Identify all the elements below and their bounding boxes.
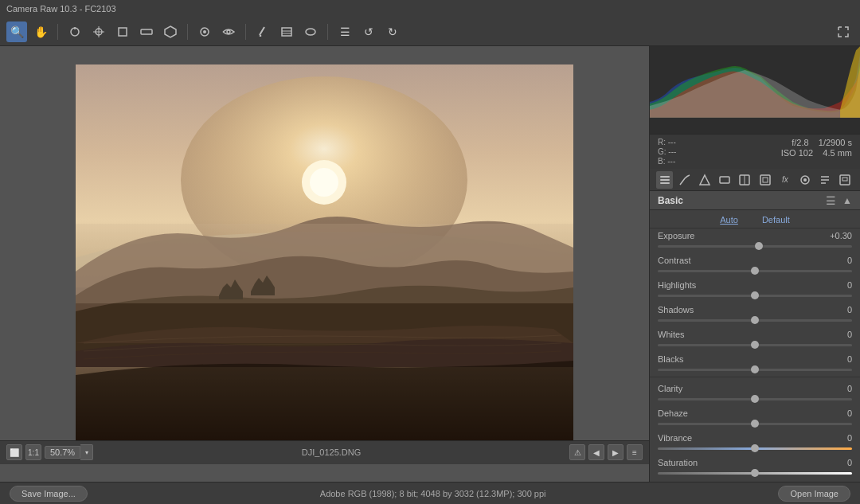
preview-area: ⬜ 1:1 50.7% ▾ DJI_0125.DNG ⚠ ◀ ▶ ≡ [0, 46, 649, 482]
radial-filter[interactable] [300, 21, 321, 42]
straighten-tool[interactable] [136, 21, 157, 42]
basic-tab[interactable] [656, 171, 673, 189]
separator-4 [327, 24, 328, 40]
blacks-track[interactable] [658, 369, 852, 371]
slider-row-vibrance: Vibrance0 [650, 431, 860, 455]
settings-btn[interactable]: ≡ [627, 444, 643, 460]
clarity-thumb[interactable] [751, 395, 759, 403]
clarity-track[interactable] [658, 398, 852, 400]
g-channel: G: --- [658, 147, 676, 156]
vibrance-track[interactable] [658, 447, 852, 450]
file-info-link[interactable]: Adobe RGB (1998); 8 bit; 4048 by 3032 (1… [320, 489, 546, 498]
svg-point-34 [803, 178, 807, 182]
zoom-fit-btn[interactable]: ⬜ [6, 444, 22, 460]
spot-removal-tool[interactable] [194, 21, 215, 42]
fullscreen-btn[interactable] [833, 21, 854, 42]
vibrance-track-container [658, 443, 852, 453]
histogram-area [650, 46, 860, 134]
menu-icon[interactable]: ☰ [826, 194, 836, 207]
basic-panel: Basic ☰ ▲ Auto Default Exposure+0.30Cont… [650, 191, 860, 482]
separator-1 [57, 24, 58, 40]
slider-row-blacks: Blacks0 [650, 352, 860, 377]
saturation-thumb[interactable] [751, 469, 759, 477]
preferences-btn[interactable]: ☰ [334, 21, 355, 42]
blacks-thumb[interactable] [751, 365, 759, 373]
whites-track[interactable] [658, 344, 852, 346]
snapshots-tab[interactable] [837, 171, 854, 189]
prev-image-btn[interactable]: ◀ [588, 444, 604, 460]
presets-tab[interactable] [817, 171, 834, 189]
next-image-btn[interactable]: ▶ [608, 444, 624, 460]
auto-btn[interactable]: Auto [720, 215, 738, 225]
slider-row-contrast: Contrast0 [650, 253, 860, 278]
svg-point-15 [306, 29, 315, 35]
open-image-button[interactable]: Open Image [778, 486, 850, 502]
svg-point-9 [203, 30, 206, 33]
svg-rect-22 [76, 224, 573, 303]
red-eye-tool[interactable] [218, 21, 239, 42]
sliders-container: Exposure+0.30Contrast0Highlights0Shadows… [650, 229, 860, 480]
slider-row-exposure: Exposure+0.30 [650, 229, 860, 253]
status-bar: Save Image... Adobe RGB (1998); 8 bit; 4… [0, 482, 860, 504]
app-title: Camera Raw 10.3 - FC2103 [6, 4, 116, 14]
slider-row-highlights: Highlights0 [650, 278, 860, 303]
camera-calibration-tab[interactable] [796, 171, 813, 189]
transform-tool[interactable] [160, 21, 181, 42]
graduated-filter[interactable] [276, 21, 297, 42]
preview-icons: ⚠ ◀ ▶ ≡ [569, 444, 643, 460]
split-toning-tab[interactable] [737, 171, 753, 189]
lens-corrections-tab[interactable] [756, 171, 773, 189]
color-sampler-tool[interactable] [88, 21, 109, 42]
hsl-tab[interactable] [717, 171, 733, 189]
dehaze-thumb[interactable] [751, 420, 759, 428]
zoom-actual-btn[interactable]: 1:1 [25, 444, 41, 460]
file-info: Adobe RGB (1998); 8 bit; 4048 by 3032 (1… [88, 489, 779, 498]
toolbar-right [833, 21, 854, 42]
tone-curve-tab[interactable] [676, 171, 693, 189]
exposure-track-container [658, 241, 852, 251]
zoom-tool[interactable]: 🔍 [6, 21, 27, 42]
iso-focal: ISO 102 4.5 mm [781, 148, 852, 158]
rotate-ccw-btn[interactable]: ↺ [358, 21, 379, 42]
panel-tabs: fx [650, 169, 860, 191]
svg-rect-31 [760, 175, 770, 185]
fx-tab[interactable]: fx [776, 171, 793, 189]
main-content: ⬜ 1:1 50.7% ▾ DJI_0125.DNG ⚠ ◀ ▶ ≡ [0, 46, 860, 482]
highlights-track[interactable] [658, 295, 852, 297]
crop-tool[interactable] [112, 21, 133, 42]
collapse-icon[interactable]: ▲ [842, 195, 852, 206]
svg-rect-25 [660, 179, 670, 181]
exposure-thumb[interactable] [755, 242, 763, 250]
rotate-cw-btn[interactable]: ↻ [382, 21, 403, 42]
svg-rect-26 [660, 182, 670, 184]
hand-tool[interactable]: ✋ [30, 21, 51, 42]
adjustment-brush[interactable] [252, 21, 273, 42]
image-canvas [76, 64, 573, 440]
contrast-thumb[interactable] [751, 267, 759, 275]
saturation-track-container [658, 468, 852, 478]
save-image-button[interactable]: Save Image... [10, 486, 88, 502]
white-balance-tool[interactable] [64, 21, 85, 42]
basic-section-header[interactable]: Basic ☰ ▲ [650, 191, 860, 210]
toggle-overlay-btn[interactable]: ⚠ [569, 444, 585, 460]
aperture-shutter: f/2.8 1/2900 s [781, 138, 852, 147]
title-bar: Camera Raw 10.3 - FC2103 [0, 0, 860, 18]
contrast-track[interactable] [658, 270, 852, 272]
exposure-track[interactable] [658, 245, 852, 248]
whites-thumb[interactable] [751, 341, 759, 349]
dehaze-track[interactable] [658, 423, 852, 425]
shadows-track[interactable] [658, 319, 852, 322]
slider-row-whites: Whites0 [650, 327, 860, 352]
whites-value: 0 [828, 330, 852, 339]
saturation-track[interactable] [658, 472, 852, 475]
zoom-input[interactable]: 50.7% [45, 446, 80, 459]
zoom-dropdown[interactable]: ▾ [80, 444, 93, 460]
detail-tab[interactable] [696, 171, 713, 189]
svg-rect-32 [763, 178, 768, 182]
shadows-thumb[interactable] [751, 316, 759, 324]
highlights-thumb[interactable] [751, 291, 759, 299]
blacks-track-container [658, 365, 852, 374]
default-btn[interactable]: Default [762, 215, 790, 225]
vibrance-thumb[interactable] [751, 444, 759, 452]
svg-point-19 [310, 168, 338, 197]
